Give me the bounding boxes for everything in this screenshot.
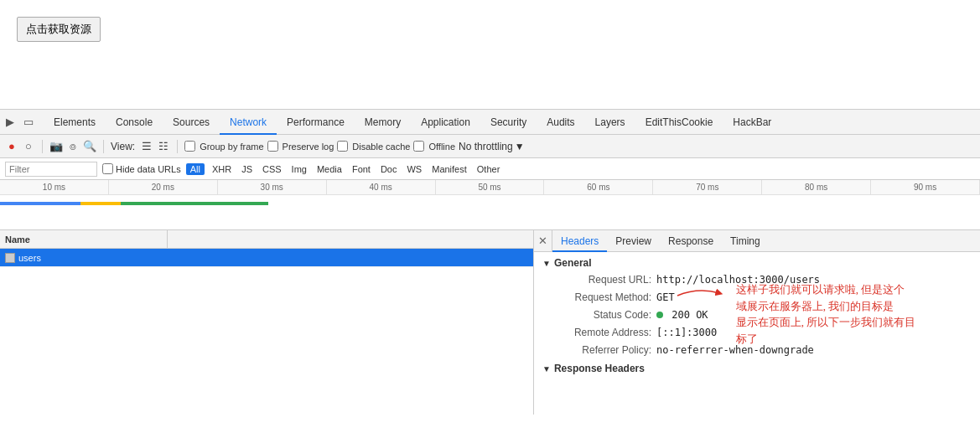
search-icon[interactable]: 🔍	[83, 140, 96, 153]
filter-bar: Hide data URLs All XHR JS CSS Img Media …	[0, 158, 980, 180]
detail-tab-preview[interactable]: Preview	[607, 230, 660, 252]
separator-1	[42, 140, 43, 153]
arrow-svg	[673, 283, 723, 308]
filter-xhr[interactable]: XHR	[210, 164, 234, 174]
separator-2	[103, 140, 104, 153]
tab-sources[interactable]: Sources	[163, 110, 220, 135]
tab-hackbar[interactable]: HackBar	[723, 110, 781, 135]
tab-editthiscookie[interactable]: EditThisCookie	[635, 110, 723, 135]
filter-js[interactable]: JS	[239, 164, 255, 174]
annotation-text: 这样子我们就可以请求啦, 但是这个 域展示在服务器上, 我们的目标是 显示在页面…	[736, 281, 971, 347]
network-toolbar: ● ○ 📷 ⌾ 🔍 View: ☰ ☷ Group by frame Prese…	[0, 135, 980, 158]
tick-40ms: 40 ms	[327, 180, 436, 194]
disable-cache-checkbox[interactable]	[337, 141, 348, 152]
tab-audits[interactable]: Audits	[537, 110, 584, 135]
status-value: 200 OK	[656, 307, 708, 322]
preserve-log-checkbox[interactable]	[267, 141, 278, 152]
devtools-panel: ▶ ▭ Elements Console Sources Network Per…	[0, 109, 980, 415]
devtools-icons: ▶ ▭	[3, 116, 35, 129]
request-icon	[5, 253, 15, 263]
filter-input[interactable]	[5, 162, 97, 177]
detail-tab-timing[interactable]: Timing	[722, 230, 769, 252]
method-value: GET	[656, 290, 675, 305]
status-green-dot	[656, 312, 663, 318]
separator-3	[177, 140, 178, 153]
detail-tab-response[interactable]: Response	[660, 230, 722, 252]
camera-icon[interactable]: 📷	[49, 140, 63, 153]
record-icon[interactable]: ●	[5, 140, 18, 153]
request-list: Name users	[0, 230, 534, 415]
throttle-select[interactable]: No throttling ▼	[459, 141, 525, 152]
filter-doc[interactable]: Doc	[378, 164, 400, 174]
tab-layers[interactable]: Layers	[585, 110, 635, 135]
filter-icon[interactable]: ⌾	[66, 140, 80, 153]
filter-css[interactable]: CSS	[260, 164, 284, 174]
tab-console[interactable]: Console	[106, 110, 163, 135]
general-section-title: General	[542, 257, 972, 269]
group-by-frame-checkbox[interactable]	[184, 141, 195, 152]
filter-font[interactable]: Font	[350, 164, 373, 174]
disable-cache-label[interactable]: Disable cache	[337, 141, 410, 152]
resource-button[interactable]: 点击获取资源	[17, 17, 101, 42]
referrer-key: Referrer Policy:	[542, 343, 651, 358]
view-group-icon[interactable]: ☷	[157, 140, 170, 153]
view-list-icon[interactable]: ☰	[140, 140, 153, 153]
filter-ws[interactable]: WS	[404, 164, 424, 174]
offline-label[interactable]: Offline	[413, 141, 455, 152]
tick-10ms: 10 ms	[0, 180, 109, 194]
url-key: Request URL:	[542, 272, 651, 287]
top-area: 点击获取资源	[0, 0, 980, 109]
offline-checkbox[interactable]	[413, 141, 424, 152]
tab-performance[interactable]: Performance	[277, 110, 355, 135]
tab-elements[interactable]: Elements	[44, 110, 106, 135]
detail-close-button[interactable]: ✕	[534, 230, 552, 252]
remote-key: Remote Address:	[542, 325, 651, 340]
tick-80ms: 80 ms	[762, 180, 871, 194]
timeline-area: 10 ms 20 ms 30 ms 40 ms 50 ms 60 ms 70 m…	[0, 180, 980, 230]
device-icon[interactable]: ▭	[22, 116, 35, 129]
response-headers-title: Response Headers	[542, 363, 972, 374]
filter-manifest[interactable]: Manifest	[429, 164, 469, 174]
tick-70ms: 70 ms	[653, 180, 762, 194]
detail-tab-headers[interactable]: Headers	[552, 230, 607, 252]
hide-data-urls-label[interactable]: Hide data URLs	[102, 163, 181, 174]
tick-20ms: 20 ms	[109, 180, 218, 194]
group-by-frame-label[interactable]: Group by frame	[184, 141, 263, 152]
tick-30ms: 30 ms	[218, 180, 327, 194]
devtools-tab-bar: ▶ ▭ Elements Console Sources Network Per…	[0, 110, 980, 135]
timeline-ruler: 10 ms 20 ms 30 ms 40 ms 50 ms 60 ms 70 m…	[0, 180, 980, 195]
main-split: Name users ✕ Headers Preview Response Ti…	[0, 230, 980, 415]
request-list-header: Name	[0, 230, 533, 249]
tab-security[interactable]: Security	[480, 110, 537, 135]
view-label: View:	[111, 141, 135, 152]
response-headers-section: Response Headers	[542, 363, 972, 374]
detail-tabs: ✕ Headers Preview Response Timing	[534, 230, 980, 252]
method-key: Request Method:	[542, 290, 651, 305]
timeline-bar	[0, 202, 268, 205]
filter-media[interactable]: Media	[314, 164, 345, 174]
tick-60ms: 60 ms	[544, 180, 653, 194]
tab-application[interactable]: Application	[411, 110, 480, 135]
request-name-cell: users	[0, 253, 168, 263]
tick-90ms: 90 ms	[871, 180, 980, 194]
request-row-users[interactable]: users	[0, 249, 533, 267]
tab-network[interactable]: Network	[220, 110, 277, 135]
preserve-log-label[interactable]: Preserve log	[267, 141, 334, 152]
tab-memory[interactable]: Memory	[355, 110, 411, 135]
detail-panel: ✕ Headers Preview Response Timing Genera…	[534, 230, 980, 415]
timeline-bars	[0, 195, 980, 230]
filter-other[interactable]: Other	[474, 164, 503, 174]
status-key: Status Code:	[542, 307, 651, 322]
detail-row-method: Request Method: GET	[542, 290, 972, 305]
name-column-header: Name	[0, 230, 168, 248]
clear-icon[interactable]: ○	[22, 140, 35, 153]
hide-data-urls-checkbox[interactable]	[102, 163, 113, 174]
filter-img[interactable]: Img	[289, 164, 309, 174]
filter-all-button[interactable]: All	[186, 163, 205, 175]
detail-content: General Request URL: http://localhost:30…	[534, 252, 980, 383]
tick-50ms: 50 ms	[436, 180, 545, 194]
remote-value: [::1]:3000	[656, 325, 717, 340]
inspect-icon[interactable]: ▶	[3, 116, 17, 129]
